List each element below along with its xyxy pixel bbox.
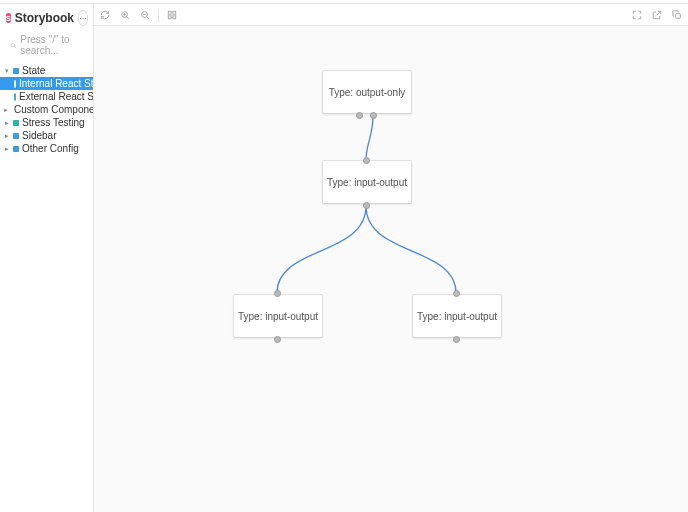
- sync-icon[interactable]: [100, 10, 110, 20]
- document-icon: [14, 93, 16, 101]
- sidebar-menu-button[interactable]: ⋯: [78, 10, 88, 26]
- search-icon: [10, 41, 16, 50]
- sidebar-header: S Storybook ⋯: [0, 4, 93, 30]
- chevron-right-icon: ▸: [4, 132, 10, 140]
- chevron-right-icon: ▸: [4, 106, 8, 114]
- node-label: Type: input-output: [327, 177, 407, 188]
- fullscreen-icon[interactable]: [632, 10, 642, 20]
- tree-item-internal[interactable]: Internal React State: [0, 77, 93, 90]
- folder-icon: [13, 120, 19, 126]
- main-panel: Type: output-onlyType: input-outputType:…: [94, 4, 688, 512]
- tree-label: Other Config: [22, 143, 79, 154]
- node-label: Type: input-output: [238, 311, 318, 322]
- tree-item-stress[interactable]: ▸ Stress Testing: [0, 116, 93, 129]
- edge: [366, 116, 373, 160]
- brand-title: Storybook: [15, 11, 74, 25]
- node-label: Type: input-output: [417, 311, 497, 322]
- folder-icon: [13, 133, 19, 139]
- document-icon: [14, 80, 16, 88]
- tree-item-sidebar[interactable]: ▸ Sidebar: [0, 129, 93, 142]
- port-icon[interactable]: [370, 112, 377, 119]
- flow-node[interactable]: Type: output-only: [322, 70, 412, 114]
- node-label: Type: output-only: [329, 87, 406, 98]
- zoom-out-icon[interactable]: [140, 10, 150, 20]
- tree-label: External React State: [19, 91, 93, 102]
- svg-rect-9: [168, 11, 171, 14]
- chevron-right-icon: ▸: [4, 119, 10, 127]
- tree-label: Sidebar: [22, 130, 56, 141]
- port-icon[interactable]: [363, 157, 370, 164]
- svg-line-8: [147, 16, 149, 18]
- grid-icon[interactable]: [167, 10, 177, 20]
- port-icon[interactable]: [363, 202, 370, 209]
- toolbar-separator: [158, 8, 159, 22]
- flow-node[interactable]: Type: input-output: [233, 294, 323, 338]
- edge: [277, 206, 366, 293]
- search-placeholder: Press "/" to search...: [20, 34, 83, 56]
- port-icon[interactable]: [274, 336, 281, 343]
- chevron-down-icon: ▾: [4, 67, 10, 75]
- flow-node[interactable]: Type: input-output: [322, 160, 412, 204]
- svg-line-5: [127, 16, 129, 18]
- port-icon[interactable]: [453, 290, 460, 297]
- search-input[interactable]: Press "/" to search...: [6, 32, 87, 58]
- tree-item-external[interactable]: External React State: [0, 90, 93, 103]
- folder-icon: [13, 68, 19, 74]
- tree-label: Internal React State: [19, 78, 93, 89]
- flow-canvas[interactable]: Type: output-onlyType: input-outputType:…: [94, 26, 688, 512]
- sidebar: S Storybook ⋯ Press "/" to search... ▾ S…: [0, 4, 94, 512]
- svg-rect-12: [173, 15, 176, 18]
- port-icon[interactable]: [453, 336, 460, 343]
- flow-node[interactable]: Type: input-output: [412, 294, 502, 338]
- storybook-logo-icon: S: [6, 13, 11, 23]
- port-icon[interactable]: [356, 112, 363, 119]
- folder-icon: [13, 146, 19, 152]
- svg-rect-11: [168, 15, 171, 18]
- tree-label: Custom Components: [14, 104, 93, 115]
- port-icon[interactable]: [274, 290, 281, 297]
- tree-item-other[interactable]: ▸ Other Config: [0, 142, 93, 155]
- copy-link-icon[interactable]: [672, 10, 682, 20]
- tree-label: State: [22, 65, 45, 76]
- svg-line-1: [14, 46, 15, 47]
- svg-point-0: [11, 43, 15, 47]
- tree-item-state[interactable]: ▾ State: [0, 64, 93, 77]
- tree-item-custom[interactable]: ▸ Custom Components: [0, 103, 93, 116]
- tree-label: Stress Testing: [22, 117, 85, 128]
- zoom-in-icon[interactable]: [120, 10, 130, 20]
- toolbar: [94, 4, 688, 26]
- svg-rect-13: [676, 13, 681, 18]
- svg-rect-10: [173, 11, 176, 14]
- open-external-icon[interactable]: [652, 10, 662, 20]
- nav-tree: ▾ State Internal React State External Re…: [0, 64, 93, 155]
- chevron-right-icon: ▸: [4, 145, 10, 153]
- edge: [366, 206, 456, 293]
